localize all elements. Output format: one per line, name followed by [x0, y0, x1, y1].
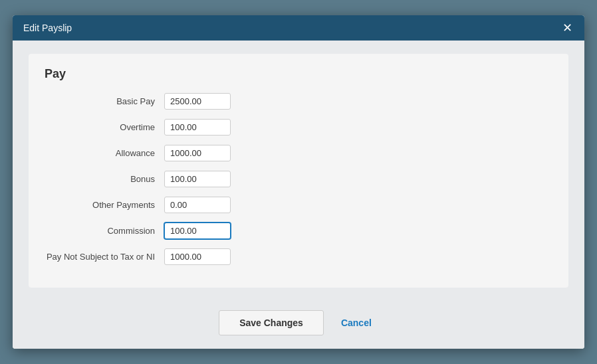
form-row: Overtime [45, 119, 552, 136]
input-allowance[interactable] [164, 145, 231, 161]
modal-title: Edit Payslip [23, 23, 72, 33]
edit-payslip-modal: Edit Payslip ✕ Pay Basic PayOvertimeAllo… [13, 15, 584, 349]
input-overtime[interactable] [164, 119, 231, 136]
label-allowance: Allowance [45, 148, 164, 158]
label-overtime: Overtime [45, 122, 164, 132]
modal-header: Edit Payslip ✕ [13, 15, 584, 41]
form-row: Allowance [45, 145, 552, 161]
form-row: Basic Pay [45, 93, 552, 110]
modal-body: Pay Basic PayOvertimeAllowanceBonusOther… [13, 41, 584, 301]
input-other_payments[interactable] [164, 197, 231, 213]
label-pay_not_subject: Pay Not Subject to Tax or NI [45, 252, 164, 262]
form-row: Commission [45, 223, 552, 239]
fields-container: Basic PayOvertimeAllowanceBonusOther Pay… [45, 93, 552, 265]
form-row: Other Payments [45, 197, 552, 213]
input-bonus[interactable] [164, 171, 231, 187]
label-commission: Commission [45, 226, 164, 236]
input-basic_pay[interactable] [164, 93, 231, 110]
label-bonus: Bonus [45, 174, 164, 184]
form-row: Bonus [45, 171, 552, 187]
label-basic_pay: Basic Pay [45, 96, 164, 106]
input-pay_not_subject[interactable] [164, 248, 231, 265]
form-row: Pay Not Subject to Tax or NI [45, 248, 552, 265]
section-title: Pay [45, 67, 552, 81]
input-commission[interactable] [164, 223, 231, 239]
cancel-button[interactable]: Cancel [334, 311, 378, 335]
pay-section: Pay Basic PayOvertimeAllowanceBonusOther… [29, 54, 568, 288]
modal-footer: Save Changes Cancel [13, 301, 584, 349]
close-button[interactable]: ✕ [561, 22, 574, 34]
label-other_payments: Other Payments [45, 200, 164, 210]
save-changes-button[interactable]: Save Changes [219, 310, 324, 335]
